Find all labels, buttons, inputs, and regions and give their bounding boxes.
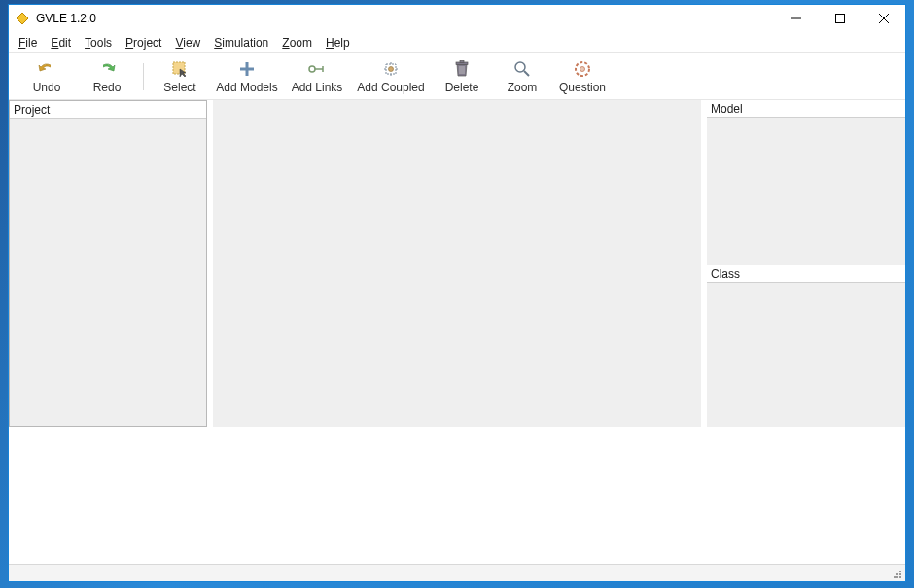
application-window: GVLE 1.2.0 File Edit Tools Project View … bbox=[8, 4, 906, 582]
zoom-label: Zoom bbox=[508, 81, 538, 94]
svg-rect-2 bbox=[835, 15, 844, 23]
svg-line-23 bbox=[524, 71, 529, 76]
add-models-label: Add Models bbox=[216, 81, 277, 94]
app-icon bbox=[15, 11, 30, 26]
project-panel[interactable]: Project bbox=[9, 100, 207, 427]
minimize-button[interactable] bbox=[774, 5, 818, 32]
zoom-icon bbox=[512, 59, 532, 79]
undo-button[interactable]: Undo bbox=[17, 55, 77, 98]
close-button[interactable] bbox=[861, 5, 905, 32]
zoom-button[interactable]: Zoom bbox=[492, 55, 552, 98]
model-panel-header: Model bbox=[707, 100, 905, 118]
canvas-area[interactable] bbox=[213, 100, 701, 427]
add-models-icon bbox=[237, 59, 257, 79]
redo-button[interactable]: Redo bbox=[77, 55, 137, 98]
svg-point-22 bbox=[515, 62, 525, 72]
menubar: File Edit Tools Project View Simulation … bbox=[9, 32, 905, 53]
delete-icon bbox=[452, 59, 472, 79]
menu-simulation[interactable]: Simulation bbox=[214, 36, 268, 50]
class-panel[interactable]: Class bbox=[707, 265, 905, 427]
resize-grip-icon[interactable] bbox=[890, 567, 903, 580]
delete-label: Delete bbox=[445, 81, 479, 94]
menu-edit[interactable]: Edit bbox=[51, 36, 71, 50]
svg-rect-18 bbox=[460, 60, 464, 62]
class-panel-header: Class bbox=[707, 265, 905, 283]
project-panel-header: Project bbox=[10, 101, 206, 119]
redo-icon bbox=[97, 59, 117, 79]
undo-icon bbox=[37, 59, 56, 79]
select-label: Select bbox=[163, 81, 195, 94]
window-controls bbox=[774, 5, 905, 32]
menu-zoom[interactable]: Zoom bbox=[282, 36, 312, 50]
model-panel[interactable]: Model bbox=[707, 100, 905, 265]
svg-point-12 bbox=[389, 66, 394, 71]
svg-marker-0 bbox=[17, 13, 28, 24]
toolbar: Undo Redo Select Add Models bbox=[9, 53, 905, 100]
statusbar bbox=[9, 564, 905, 581]
svg-point-25 bbox=[580, 66, 585, 71]
content-area: Project Model Class bbox=[9, 100, 905, 564]
work-row: Project Model Class bbox=[9, 100, 905, 427]
menu-view[interactable]: View bbox=[175, 36, 200, 50]
menu-tools[interactable]: Tools bbox=[85, 36, 112, 50]
add-coupled-button[interactable]: Add Coupled bbox=[350, 55, 432, 98]
svg-point-8 bbox=[309, 66, 315, 72]
add-coupled-icon bbox=[381, 59, 401, 79]
bottom-panel[interactable] bbox=[9, 427, 905, 564]
maximize-button[interactable] bbox=[818, 5, 861, 32]
question-button[interactable]: Question bbox=[552, 55, 613, 98]
add-links-button[interactable]: Add Links bbox=[284, 55, 350, 98]
add-coupled-label: Add Coupled bbox=[357, 81, 424, 94]
add-links-label: Add Links bbox=[292, 81, 343, 94]
select-icon bbox=[170, 59, 190, 79]
add-models-button[interactable]: Add Models bbox=[210, 55, 284, 98]
menu-help[interactable]: Help bbox=[326, 36, 350, 50]
question-label: Question bbox=[559, 81, 606, 94]
menu-project[interactable]: Project bbox=[125, 36, 161, 50]
select-button[interactable]: Select bbox=[150, 55, 210, 98]
menu-file[interactable]: File bbox=[18, 36, 37, 50]
titlebar: GVLE 1.2.0 bbox=[9, 5, 905, 32]
undo-label: Undo bbox=[33, 81, 61, 94]
delete-button[interactable]: Delete bbox=[432, 55, 492, 98]
toolbar-separator bbox=[143, 63, 144, 90]
add-links-icon bbox=[307, 59, 327, 79]
question-icon bbox=[573, 59, 592, 79]
window-title: GVLE 1.2.0 bbox=[36, 12, 96, 25]
right-column: Model Class bbox=[707, 100, 905, 427]
redo-label: Redo bbox=[93, 81, 122, 94]
